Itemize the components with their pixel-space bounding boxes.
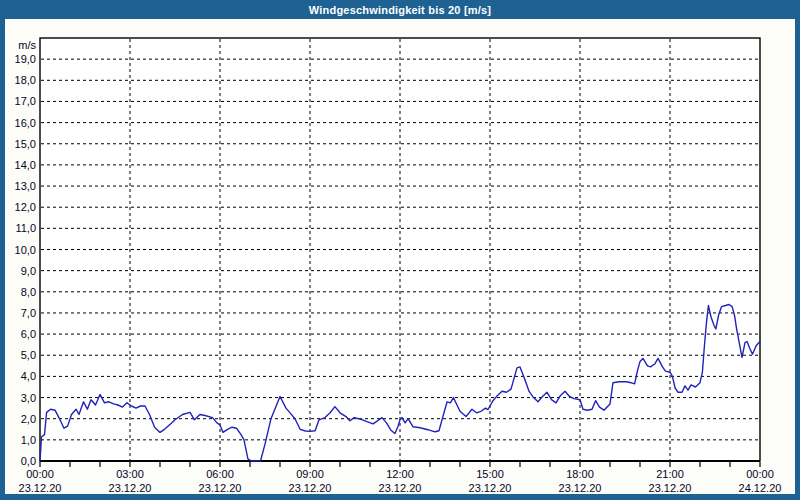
x-tick-time-label: 15:00: [476, 468, 504, 480]
y-tick-label: 6,0: [21, 328, 36, 340]
y-tick-label: 10,0: [15, 244, 36, 256]
x-tick-time-label: 00:00: [26, 468, 54, 480]
x-tick-time-label: 21:00: [656, 468, 684, 480]
x-tick-date-label: 23.12.20: [109, 482, 152, 494]
x-tick-date-label: 23.12.20: [379, 482, 422, 494]
x-tick-date-label: 23.12.20: [199, 482, 242, 494]
y-tick-label: 11,0: [15, 222, 36, 234]
x-tick-time-label: 06:00: [206, 468, 234, 480]
y-tick-label: 19,0: [15, 53, 36, 65]
x-tick-time-label: 18:00: [566, 468, 594, 480]
x-tick-time-label: 09:00: [296, 468, 324, 480]
x-tick-date-label: 24.12.20: [739, 482, 782, 494]
x-tick-date-label: 23.12.20: [19, 482, 62, 494]
y-tick-label: 13,0: [15, 180, 36, 192]
y-tick-label: 4,0: [21, 370, 36, 382]
x-tick-time-label: 03:00: [116, 468, 144, 480]
y-tick-label: 17,0: [15, 95, 36, 107]
y-tick-label: 14,0: [15, 159, 36, 171]
x-tick-time-label: 12:00: [386, 468, 414, 480]
x-tick-date-label: 23.12.20: [559, 482, 602, 494]
y-tick-label: 16,0: [15, 117, 36, 129]
y-tick-label: 5,0: [21, 349, 36, 361]
y-tick-label: 8,0: [21, 286, 36, 298]
y-tick-label: 7,0: [21, 307, 36, 319]
y-tick-label: 12,0: [15, 201, 36, 213]
y-tick-label: 18,0: [15, 74, 36, 86]
y-tick-label: 0,0: [21, 455, 36, 467]
y-tick-label: 1,0: [21, 434, 36, 446]
x-tick-date-label: 23.12.20: [289, 482, 332, 494]
y-tick-label: 9,0: [21, 265, 36, 277]
x-tick-date-label: 23.12.20: [649, 482, 692, 494]
wind-speed-chart: 0,01,02,03,04,05,06,07,08,09,010,011,012…: [0, 0, 800, 500]
y-axis-unit-label: m/s: [18, 39, 36, 51]
x-tick-date-label: 23.12.20: [469, 482, 512, 494]
x-tick-time-label: 00:00: [746, 468, 774, 480]
y-tick-label: 2,0: [21, 413, 36, 425]
y-tick-label: 3,0: [21, 392, 36, 404]
y-tick-label: 15,0: [15, 138, 36, 150]
